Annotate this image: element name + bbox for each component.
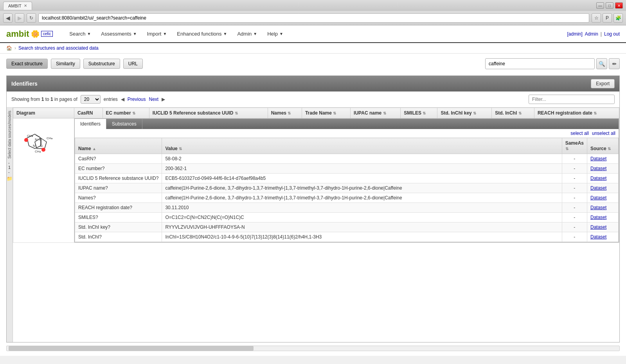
col-names: Names ⇅ bbox=[268, 108, 302, 118]
inner-cell-value: 200-362-1 bbox=[162, 164, 562, 174]
col-diagram: Diagram bbox=[13, 108, 74, 118]
nav-help-arrow: ▼ bbox=[279, 32, 283, 36]
source-link[interactable]: Dataset bbox=[590, 195, 606, 201]
svg-text:CH₃: CH₃ bbox=[27, 134, 33, 138]
nav-import[interactable]: Import ▼ bbox=[142, 29, 172, 39]
browser-tab[interactable]: AMBIT ✕ bbox=[3, 2, 32, 10]
logout-link[interactable]: Log out bbox=[604, 31, 620, 37]
inner-cell-value: 30.11.2010 bbox=[162, 203, 562, 213]
unselect-all-link[interactable]: unselect all bbox=[592, 131, 615, 136]
svg-line-2 bbox=[36, 135, 40, 137]
inner-cell-sameas: - bbox=[562, 154, 587, 164]
refresh-button[interactable]: ↻ bbox=[27, 13, 36, 23]
pagination-bar: Showing from 1 to 1 in pages of 20 50 10… bbox=[7, 91, 619, 108]
inner-cell-name: Names? bbox=[75, 193, 162, 203]
inner-cell-value: RYYVLZVUVIJVGH-UHFFFAOYSA-N bbox=[162, 222, 562, 232]
tab-substances[interactable]: Substances bbox=[106, 119, 142, 129]
folder-icon[interactable]: 📁 bbox=[7, 176, 13, 181]
nav-assessments[interactable]: Assessments ▼ bbox=[96, 29, 141, 39]
cefic-logo: cefic bbox=[41, 31, 53, 37]
bracket-admin-link[interactable]: [admin] bbox=[567, 31, 582, 37]
app-header: ambit 🌼 cefic Search ▼ Assessments ▼ Imp… bbox=[0, 25, 626, 43]
exact-structure-button[interactable]: Exact structure bbox=[6, 59, 48, 69]
admin-link[interactable]: Admin bbox=[585, 31, 598, 37]
nav-enhanced[interactable]: Enhanced functions ▼ bbox=[172, 29, 232, 39]
inner-cell-sameas: - bbox=[562, 174, 587, 183]
next-link[interactable]: Next bbox=[149, 97, 159, 102]
source-link[interactable]: Dataset bbox=[590, 205, 606, 210]
forward-button[interactable]: ▶ bbox=[15, 13, 24, 23]
horizontal-scroll[interactable]: Diagram CasRN EC number ⇅ IUCLID 5 Refer… bbox=[13, 108, 619, 243]
export-button[interactable]: Export bbox=[591, 79, 615, 88]
col-casrn: CasRN bbox=[74, 108, 103, 118]
identifiers-panel: Identifiers Export Showing from 1 to 1 i… bbox=[6, 75, 620, 342]
sidebar-label[interactable]: Select data sources/models bbox=[7, 111, 12, 159]
source-link[interactable]: Dataset bbox=[590, 224, 606, 230]
browser-chrome: AMBIT ✕ — □ ✕ ◀ ▶ ↻ ☆ P 🧩 bbox=[0, 0, 626, 25]
source-link[interactable]: Dataset bbox=[590, 185, 606, 191]
inner-cell-sameas: - bbox=[562, 203, 587, 213]
inner-table-scroll[interactable]: Name ▲ Value ⇅ SameAs ⇅ Source ⇅ bbox=[75, 138, 619, 242]
svg-text:N: N bbox=[40, 144, 43, 148]
panel-title: Identifiers bbox=[11, 81, 38, 87]
select-controls: select all unselect all bbox=[75, 129, 619, 138]
inner-cell-value: 58-08-2 bbox=[162, 154, 562, 164]
edit-button[interactable]: ✏ bbox=[609, 58, 620, 69]
inner-header-row: Name ▲ Value ⇅ SameAs ⇅ Source ⇅ bbox=[75, 138, 618, 154]
inner-cell-value: ECB5-610327cd-0949-44f6-8c14-d76aef98a4b… bbox=[162, 174, 562, 183]
close-button[interactable]: ✕ bbox=[615, 2, 623, 9]
tab-identifiers[interactable]: Identifiers bbox=[75, 119, 106, 129]
col-trade: Trade Name ⇅ bbox=[302, 108, 350, 118]
minimize-button[interactable]: — bbox=[596, 2, 604, 9]
inner-table-row: Std. InChI key?RYYVLZVUVIJVGH-UHFFFAOYSA… bbox=[75, 222, 618, 232]
breadcrumb-link[interactable]: Search structures and associated data bbox=[18, 45, 99, 51]
bookmark-icon[interactable]: ☆ bbox=[592, 13, 601, 23]
url-button[interactable]: URL bbox=[123, 59, 143, 69]
address-bar[interactable] bbox=[38, 13, 589, 23]
col-smiles: SMILES ⇅ bbox=[401, 108, 437, 118]
home-icon[interactable]: 🏠 bbox=[6, 45, 12, 51]
showing-text: Showing from 1 to 1 in pages of bbox=[11, 97, 77, 102]
inner-cell-value: caffeine|1H-Purine-2,6-dione, 3,7-dihydr… bbox=[162, 193, 562, 203]
inner-cell-value: caffeine|1H-Purine-2,6-dione, 3,7-dihydr… bbox=[162, 183, 562, 193]
logo-text: ambit bbox=[6, 29, 29, 39]
logo-icon: 🌼 bbox=[31, 30, 40, 38]
source-link[interactable]: Dataset bbox=[590, 176, 606, 181]
filter-input[interactable] bbox=[529, 95, 615, 104]
maximize-button[interactable]: □ bbox=[606, 2, 613, 9]
source-link[interactable]: Dataset bbox=[590, 234, 606, 240]
svg-text:CH₃: CH₃ bbox=[47, 136, 52, 140]
source-link[interactable]: Dataset bbox=[590, 215, 606, 220]
select-all-link[interactable]: select all bbox=[570, 131, 589, 136]
substructure-button[interactable]: Substructure bbox=[83, 59, 120, 69]
inner-cell-source: Dataset bbox=[587, 154, 619, 164]
nav-enhanced-arrow: ▼ bbox=[223, 32, 227, 36]
inner-cell-name: IUCLID 5 Reference substance UUID? bbox=[75, 174, 162, 183]
previous-link[interactable]: Previous bbox=[128, 97, 146, 102]
back-button[interactable]: ◀ bbox=[3, 13, 13, 23]
source-link[interactable]: Dataset bbox=[590, 156, 606, 161]
similarity-button[interactable]: Similarity bbox=[51, 59, 80, 69]
svg-text:N: N bbox=[35, 138, 38, 142]
nav-help[interactable]: Help ▼ bbox=[263, 29, 288, 39]
browser-titlebar: AMBIT ✕ — □ ✕ bbox=[0, 0, 626, 11]
profile-icon[interactable]: P bbox=[603, 13, 612, 23]
search-input[interactable] bbox=[485, 58, 595, 69]
horizontal-scrollbar[interactable] bbox=[6, 346, 620, 351]
tab-close-icon[interactable]: ✕ bbox=[24, 4, 27, 8]
col-iupac: IUPAC name ⇅ bbox=[351, 108, 401, 118]
nav-admin[interactable]: Admin ▼ bbox=[232, 29, 262, 39]
search-bar: Exact structure Similarity Substructure … bbox=[6, 58, 620, 69]
svg-text:CH₃: CH₃ bbox=[35, 150, 41, 153]
next-arrow-icon: ▶ bbox=[162, 97, 165, 102]
inner-cell-source: Dataset bbox=[587, 164, 619, 174]
caffeine-molecule: O O N N N N bbox=[15, 120, 58, 163]
nav-admin-label: Admin bbox=[237, 31, 252, 37]
source-link[interactable]: Dataset bbox=[590, 166, 606, 171]
page-size-select[interactable]: 20 50 100 bbox=[81, 95, 101, 104]
inner-cell-source: Dataset bbox=[587, 174, 619, 183]
nav-assessments-arrow: ▼ bbox=[133, 32, 137, 36]
nav-search[interactable]: Search ▼ bbox=[65, 29, 95, 39]
search-submit-button[interactable]: 🔍 bbox=[596, 58, 607, 69]
extensions-icon[interactable]: 🧩 bbox=[613, 13, 623, 23]
